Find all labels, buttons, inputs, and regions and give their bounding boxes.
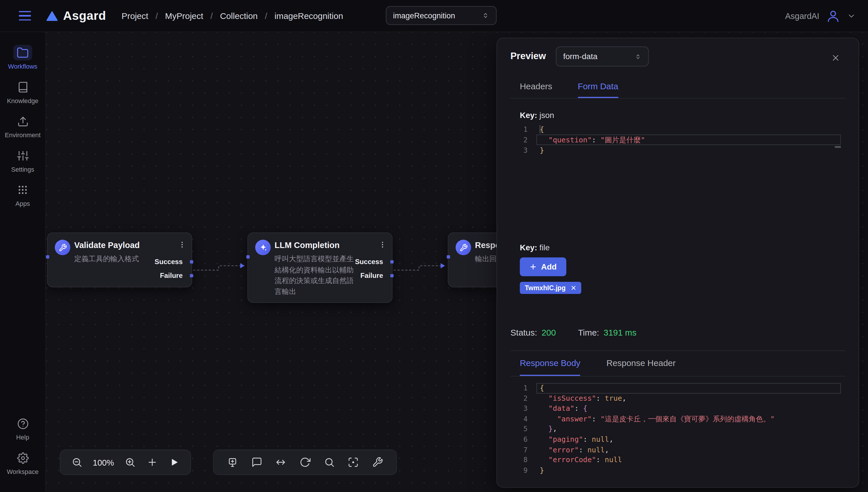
tab-response-body[interactable]: Response Body <box>520 351 580 376</box>
canvas-tools-toolbar <box>213 449 397 475</box>
status-label: Status: <box>510 328 537 338</box>
breadcrumb-separator: / <box>155 11 158 21</box>
left-sidebar: Workflows Knowledge Environment Settings… <box>0 31 46 492</box>
book-icon <box>13 79 32 95</box>
failure-port[interactable] <box>390 274 394 277</box>
help-icon <box>13 416 32 431</box>
zoom-toolbar: 100% <box>60 449 191 475</box>
node-menu-button[interactable] <box>178 240 186 251</box>
preview-title: Preview <box>510 51 546 62</box>
updown-chevron-icon <box>482 11 489 20</box>
preview-panel-header: Preview form-data <box>510 46 845 67</box>
sidebar-item-workflows[interactable]: Workflows <box>8 45 37 70</box>
grid-dots-icon <box>13 182 32 198</box>
user-avatar-icon[interactable] <box>826 8 840 23</box>
file-chip[interactable]: TwmxhIC.jpg <box>520 282 581 294</box>
request-tabs: Headers Form Data <box>510 76 845 98</box>
port-label-failure: Failure <box>361 271 383 280</box>
logo-text: Asgard <box>63 8 106 23</box>
node-menu-button[interactable] <box>379 240 386 251</box>
sidebar-bottom: Help Workspace <box>7 416 39 492</box>
search-icon[interactable] <box>323 456 336 469</box>
sidebar-item-apps[interactable]: Apps <box>13 182 32 207</box>
preview-panel: Preview form-data Headers Form Data Key: <box>497 38 859 488</box>
node-validate-payload[interactable]: Validate Payload 定義工具的輸入格式 Success Failu… <box>47 232 192 287</box>
tools-icon[interactable] <box>371 456 384 469</box>
navbar-right-cluster: AsgardAI <box>785 0 855 31</box>
sidebar-item-label: Workflows <box>8 63 37 70</box>
updown-chevron-icon <box>635 52 642 60</box>
status-row: Status: 200 Time: 3191 ms <box>510 328 845 338</box>
wrench-icon <box>55 240 70 255</box>
success-port[interactable] <box>190 260 194 264</box>
swap-arrows-icon[interactable] <box>274 456 287 469</box>
chevron-down-icon[interactable] <box>847 11 856 20</box>
preview-type-select-value: form-data <box>563 52 598 61</box>
response-json-editor[interactable]: 1{2 "isSuccess": true,3 "data": {4 "answ… <box>520 383 841 476</box>
node-title: LLM Completion <box>275 240 340 250</box>
tab-form-data[interactable]: Form Data <box>578 76 618 98</box>
top-navbar: Asgard Project / MyProject / Collection … <box>0 0 868 32</box>
node-llm-completion[interactable]: LLM Completion 呼叫大型語言模型並產生結構化的資料輸出以輔助流程的… <box>247 232 392 303</box>
comment-icon[interactable] <box>250 456 263 469</box>
file-chip-label: TwmxhIC.jpg <box>525 284 566 292</box>
close-icon[interactable] <box>829 51 842 66</box>
node-title: Validate Payload <box>74 240 140 250</box>
key-label-prefix: Key: <box>520 111 537 120</box>
response-tabs: Response Body Response Header <box>510 350 845 377</box>
workflow-select-value: imageRecognition <box>393 11 455 20</box>
app-logo[interactable]: Asgard <box>45 8 106 23</box>
gear-icon <box>13 450 32 466</box>
sidebar-item-workspace[interactable]: Workspace <box>7 450 39 475</box>
success-port[interactable] <box>390 260 394 264</box>
wrench-icon <box>455 240 471 255</box>
breadcrumb: Project / MyProject / Collection / image… <box>122 11 343 21</box>
sidebar-item-help[interactable]: Help <box>13 416 32 441</box>
breadcrumb-item-collection[interactable]: Collection <box>220 11 257 21</box>
time-label: Time: <box>578 328 599 338</box>
sidebar-item-settings[interactable]: Settings <box>11 148 34 173</box>
sidebar-item-label: Help <box>16 434 29 441</box>
add-node-icon[interactable] <box>226 456 239 469</box>
tab-response-header[interactable]: Response Header <box>606 351 676 376</box>
add-file-button[interactable]: Add <box>520 257 566 276</box>
breadcrumb-separator: / <box>210 11 213 21</box>
zoom-out-button[interactable] <box>70 456 83 469</box>
key-label-value: json <box>539 111 554 120</box>
sidebar-item-label: Knowledge <box>7 97 39 104</box>
fit-view-icon[interactable] <box>347 456 360 469</box>
workflow-select[interactable]: imageRecognition <box>386 6 497 25</box>
sidebar-item-label: Settings <box>11 166 34 173</box>
add-button-label: Add <box>541 262 556 271</box>
menu-button[interactable] <box>17 8 33 23</box>
input-port[interactable] <box>447 255 450 259</box>
breadcrumb-item-project[interactable]: Project <box>122 11 148 21</box>
tab-headers[interactable]: Headers <box>520 76 552 98</box>
rerun-icon[interactable] <box>298 456 312 469</box>
sidebar-item-label: Apps <box>16 200 30 207</box>
breadcrumb-item-myproject[interactable]: MyProject <box>165 11 203 21</box>
plus-icon <box>529 263 537 271</box>
node-subtitle: 呼叫大型語言模型並產生結構化的資料輸出以輔助流程的決策或生成自然語言輸出 <box>275 253 358 297</box>
zoom-in-button[interactable] <box>123 456 137 469</box>
request-json-editor[interactable]: 1{2 "question": "圖片是什麼"3} <box>520 124 841 243</box>
input-port[interactable] <box>46 255 49 259</box>
run-button[interactable] <box>168 456 180 468</box>
key-label-prefix: Key: <box>520 243 537 252</box>
app-root: Asgard Project / MyProject / Collection … <box>0 0 868 492</box>
breadcrumb-item-imagerecognition[interactable]: imageRecognition <box>274 11 343 21</box>
failure-port[interactable] <box>190 274 194 277</box>
add-button[interactable] <box>146 456 159 469</box>
logo-triangle-icon <box>45 10 58 22</box>
input-port[interactable] <box>246 255 250 259</box>
port-label-failure: Failure <box>160 271 182 280</box>
json-key-label: Key: json <box>520 111 841 120</box>
upload-icon <box>13 114 32 129</box>
port-label-success: Success <box>355 257 383 266</box>
sidebar-item-knowledge[interactable]: Knowledge <box>7 79 39 104</box>
sidebar-item-environment[interactable]: Environment <box>5 114 41 138</box>
preview-type-select[interactable]: form-data <box>556 47 649 66</box>
close-icon[interactable] <box>571 285 576 291</box>
file-key-label: Key: file <box>520 243 841 252</box>
key-label-value: file <box>539 243 550 252</box>
